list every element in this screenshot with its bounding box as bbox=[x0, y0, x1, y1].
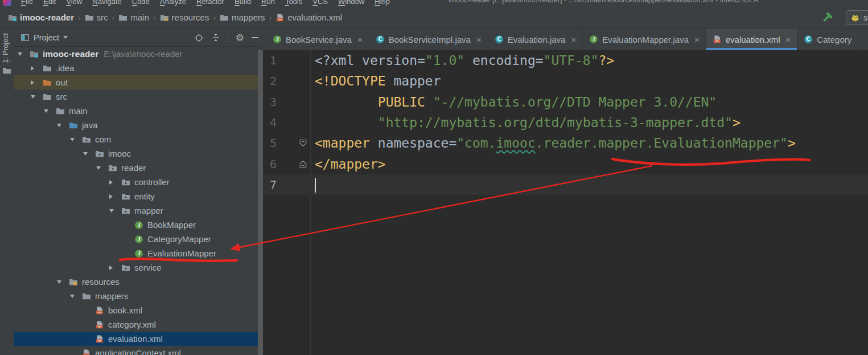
tree-item-out[interactable]: out bbox=[14, 75, 263, 89]
code-token: ?> bbox=[599, 53, 615, 68]
menu-vcs[interactable]: VCS bbox=[307, 0, 333, 6]
menu-run[interactable]: Run bbox=[256, 0, 280, 6]
chevron-down-icon[interactable] bbox=[57, 124, 69, 127]
tree-item-evaluation.xml[interactable]: <>evaluation.xml bbox=[14, 332, 263, 346]
menu-help[interactable]: Help bbox=[369, 0, 395, 6]
ide-window: FileEditViewNavigateCodeAnalyzeRefactorB… bbox=[0, 0, 868, 355]
panel-splitter[interactable] bbox=[258, 50, 263, 355]
tree-item-java[interactable]: java bbox=[14, 118, 263, 132]
chevron-right-icon[interactable] bbox=[31, 80, 43, 85]
tab-Category[interactable]: CCategory bbox=[797, 28, 858, 50]
line-number[interactable]: 1 bbox=[263, 54, 277, 67]
fold-marker-icon[interactable] bbox=[277, 139, 310, 148]
chevron-down-icon[interactable] bbox=[109, 209, 121, 213]
close-tab-icon[interactable]: × bbox=[571, 35, 576, 44]
line-number[interactable]: 2 bbox=[263, 74, 277, 88]
tree-item-label: imooc bbox=[108, 149, 131, 158]
menu-view[interactable]: View bbox=[61, 0, 87, 6]
tab-BookService.java[interactable]: IBookService.java× bbox=[266, 28, 369, 50]
tree-item-applicationContext.xml[interactable]: applicationContext.xml bbox=[14, 346, 263, 355]
chevron-down-icon[interactable] bbox=[96, 166, 108, 170]
line-number[interactable]: 6 bbox=[263, 157, 277, 171]
tab-Evaluation.java[interactable]: CEvaluation.java× bbox=[488, 28, 583, 50]
menu-tools[interactable]: Tools bbox=[280, 0, 307, 6]
tree-item-main[interactable]: main bbox=[14, 104, 263, 118]
tab-evaluation.xml[interactable]: <>evaluation.xml× bbox=[706, 28, 798, 50]
tree-item-.idea[interactable]: .idea bbox=[14, 61, 263, 75]
menu-refactor[interactable]: Refactor bbox=[191, 0, 229, 6]
project-panel-title[interactable]: Project bbox=[34, 33, 59, 42]
chevron-down-icon[interactable] bbox=[63, 36, 68, 39]
run-configuration-select[interactable]: st bbox=[846, 10, 868, 25]
tree-item-BookMapper[interactable]: IBookMapper bbox=[14, 218, 263, 232]
tab-BookServiceImpl.java[interactable]: CBookServiceImpl.java× bbox=[369, 28, 488, 50]
menu-file[interactable]: File bbox=[16, 0, 38, 6]
tree-item-mappers[interactable]: mappers bbox=[14, 289, 263, 303]
folder-icon bbox=[85, 13, 94, 22]
tab-label: Evaluation.java bbox=[508, 35, 566, 44]
tree-item-src[interactable]: src bbox=[14, 89, 263, 104]
breadcrumb-item-mappers[interactable]: mappers bbox=[220, 13, 265, 22]
package-folder-icon bbox=[121, 206, 130, 215]
tree-item-EvaluationMapper[interactable]: IEvaluationMapper bbox=[14, 246, 263, 260]
breadcrumb-item-src[interactable]: src bbox=[85, 13, 108, 22]
breadcrumb-item-imooc-reader[interactable]: imooc-reader bbox=[8, 13, 74, 22]
close-tab-icon[interactable]: × bbox=[694, 35, 700, 44]
chevron-down-icon[interactable] bbox=[31, 95, 43, 99]
menu-window[interactable]: Window bbox=[333, 0, 369, 6]
fold-marker-icon[interactable] bbox=[277, 160, 310, 168]
build-hammer-icon[interactable] bbox=[821, 11, 833, 24]
project-stripe-button[interactable]: 1: Project bbox=[2, 33, 10, 63]
menu-analyze[interactable]: Analyze bbox=[155, 0, 191, 6]
tree-item-entity[interactable]: entity bbox=[14, 189, 263, 203]
code-line-7: 7 bbox=[263, 174, 868, 195]
hide-panel-icon[interactable] bbox=[252, 37, 258, 38]
tab-EvaluationMapper.java[interactable]: IEvaluationMapper.java× bbox=[583, 28, 706, 50]
menu-navigate[interactable]: Navigate bbox=[87, 0, 126, 6]
chevron-down-icon[interactable] bbox=[70, 138, 82, 141]
line-number[interactable]: 4 bbox=[263, 116, 277, 129]
breadcrumb-item-resources[interactable]: resources bbox=[160, 13, 209, 22]
chevron-right-icon[interactable] bbox=[31, 66, 43, 71]
menu-edit[interactable]: Edit bbox=[38, 0, 61, 6]
tree-item-book.xml[interactable]: <>book.xml bbox=[14, 303, 263, 317]
menu-build[interactable]: Build bbox=[229, 0, 256, 6]
editor-content[interactable]: 1<?xml version="1.0" encoding="UTF-8"?>2… bbox=[263, 50, 868, 355]
breadcrumb-label: evaluation.xml bbox=[287, 13, 342, 22]
tree-item-service[interactable]: service bbox=[14, 260, 263, 275]
line-number[interactable]: 3 bbox=[263, 95, 277, 109]
tree-item-resources[interactable]: resources bbox=[14, 275, 263, 289]
breadcrumb-label: resources bbox=[172, 13, 209, 22]
breadcrumb-item-evaluation.xml[interactable]: <>evaluation.xml bbox=[275, 13, 342, 22]
intellij-logo-icon bbox=[3, 0, 11, 6]
chevron-down-icon[interactable] bbox=[83, 152, 95, 156]
code-text: <?xml version="1.0" encoding="UTF-8"?> bbox=[315, 53, 614, 68]
chevron-right-icon[interactable] bbox=[109, 194, 121, 199]
close-tab-icon[interactable]: × bbox=[786, 35, 791, 44]
tool-window-stripe: 1: Project bbox=[0, 28, 14, 355]
chevron-right-icon[interactable] bbox=[109, 180, 121, 185]
tree-item-com[interactable]: com bbox=[14, 132, 263, 146]
tree-item-mapper[interactable]: mapper bbox=[14, 203, 263, 218]
tree-item-imooc[interactable]: imooc bbox=[14, 146, 263, 161]
chevron-down-icon[interactable] bbox=[70, 295, 82, 298]
collapse-all-icon[interactable] bbox=[211, 33, 220, 42]
gear-icon[interactable]: ⚙ bbox=[236, 33, 244, 43]
folder-stripe-icon[interactable] bbox=[2, 66, 11, 75]
chevron-down-icon[interactable] bbox=[18, 52, 30, 56]
line-number[interactable]: 7 bbox=[263, 178, 277, 191]
breadcrumb-item-main[interactable]: main bbox=[118, 13, 149, 22]
tree-item-imooc-reader[interactable]: imooc-readerE:\java\imooc-reader bbox=[14, 47, 263, 61]
tree-item-CategoryMapper[interactable]: ICategoryMapper bbox=[14, 232, 263, 246]
tree-item-controller[interactable]: controller bbox=[14, 175, 263, 189]
tree-item-reader[interactable]: reader bbox=[14, 161, 263, 175]
chevron-down-icon[interactable] bbox=[44, 109, 56, 113]
locate-file-icon[interactable] bbox=[194, 33, 204, 43]
chevron-down-icon[interactable] bbox=[57, 280, 69, 284]
chevron-right-icon[interactable] bbox=[109, 266, 121, 270]
close-tab-icon[interactable]: × bbox=[357, 35, 363, 44]
tree-item-category.xml[interactable]: <>category.xml bbox=[14, 317, 263, 332]
line-number[interactable]: 5 bbox=[263, 136, 277, 150]
menu-code[interactable]: Code bbox=[127, 0, 155, 6]
close-tab-icon[interactable]: × bbox=[476, 35, 482, 44]
